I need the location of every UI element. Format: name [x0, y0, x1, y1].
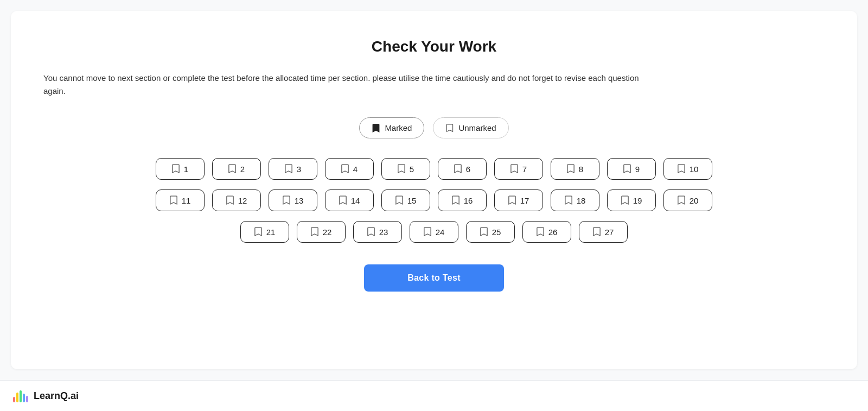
question-btn-1[interactable]: 1 [156, 158, 205, 180]
question-number-22: 22 [323, 227, 332, 237]
marked-label: Marked [385, 123, 412, 132]
bookmark-icon-10 [678, 164, 685, 174]
question-btn-2[interactable]: 2 [212, 158, 261, 180]
question-btn-9[interactable]: 9 [607, 158, 656, 180]
question-row-1: 12345678910 [156, 158, 712, 180]
question-number-27: 27 [605, 227, 614, 237]
question-number-10: 10 [690, 165, 699, 174]
bookmark-icon-19 [621, 195, 629, 205]
question-row-2: 11121314151617181920 [156, 189, 712, 211]
bookmark-icon-27 [593, 227, 601, 237]
question-btn-27[interactable]: 27 [579, 221, 628, 243]
question-btn-8[interactable]: 8 [551, 158, 599, 180]
question-btn-13[interactable]: 13 [269, 189, 317, 211]
bookmark-icon-25 [480, 227, 488, 237]
bookmark-icon-5 [398, 164, 405, 174]
logo-bar-3 [20, 390, 22, 402]
bookmark-icon-6 [454, 164, 462, 174]
bookmark-icon-14 [339, 195, 347, 205]
question-number-2: 2 [240, 165, 245, 174]
question-number-18: 18 [577, 196, 586, 205]
bookmark-icon-15 [395, 195, 403, 205]
question-btn-17[interactable]: 17 [494, 189, 543, 211]
question-number-17: 17 [520, 196, 529, 205]
question-btn-10[interactable]: 10 [663, 158, 712, 180]
question-number-1: 1 [184, 165, 188, 174]
question-number-26: 26 [548, 227, 558, 237]
bookmark-icon-11 [170, 195, 177, 205]
bookmark-icon-20 [678, 195, 685, 205]
question-btn-7[interactable]: 7 [494, 158, 543, 180]
unmarked-bookmark-icon [445, 124, 454, 132]
marked-legend-button[interactable]: Marked [359, 117, 424, 138]
question-btn-25[interactable]: 25 [466, 221, 515, 243]
bookmark-icon-13 [283, 195, 290, 205]
question-btn-12[interactable]: 12 [212, 189, 261, 211]
question-btn-18[interactable]: 18 [551, 189, 599, 211]
bookmark-icon-9 [623, 164, 631, 174]
bookmark-icon-2 [228, 164, 236, 174]
question-btn-23[interactable]: 23 [353, 221, 402, 243]
question-row-3: 21222324252627 [240, 221, 628, 243]
question-number-19: 19 [633, 196, 642, 205]
question-btn-15[interactable]: 15 [381, 189, 430, 211]
bookmark-icon-24 [424, 227, 431, 237]
question-btn-20[interactable]: 20 [663, 189, 712, 211]
question-number-12: 12 [238, 196, 247, 205]
question-btn-19[interactable]: 19 [607, 189, 656, 211]
bookmark-icon-22 [311, 227, 318, 237]
bookmark-icon-16 [452, 195, 459, 205]
question-number-25: 25 [492, 227, 501, 237]
questions-grid: 1234567891011121314151617181920212223242… [22, 158, 846, 243]
bookmark-icon-1 [172, 164, 180, 174]
bookmark-icon-7 [510, 164, 518, 174]
question-btn-16[interactable]: 16 [438, 189, 487, 211]
question-number-8: 8 [579, 165, 583, 174]
bookmark-icon-23 [367, 227, 375, 237]
question-number-13: 13 [295, 196, 304, 205]
question-btn-21[interactable]: 21 [240, 221, 289, 243]
logo-text: LearnQ.ai [34, 390, 79, 402]
question-btn-11[interactable]: 11 [156, 189, 205, 211]
logo-bar-5 [26, 396, 28, 402]
bookmark-icon-12 [226, 195, 234, 205]
legend-row: Marked Unmarked [359, 117, 508, 138]
question-btn-6[interactable]: 6 [438, 158, 487, 180]
question-number-6: 6 [466, 165, 470, 174]
question-btn-24[interactable]: 24 [410, 221, 458, 243]
question-number-15: 15 [407, 196, 417, 205]
question-btn-5[interactable]: 5 [381, 158, 430, 180]
back-to-test-button[interactable]: Back to Test [364, 264, 504, 292]
question-number-23: 23 [379, 227, 388, 237]
logo-bar-1 [13, 397, 15, 402]
question-number-11: 11 [182, 196, 191, 205]
info-text: You cannot move to next section or compl… [43, 72, 640, 98]
question-number-9: 9 [635, 165, 640, 174]
logo-bars [13, 389, 28, 402]
question-btn-14[interactable]: 14 [325, 189, 374, 211]
question-btn-3[interactable]: 3 [269, 158, 317, 180]
unmarked-legend-button[interactable]: Unmarked [433, 117, 508, 138]
bookmark-icon-26 [537, 227, 544, 237]
unmarked-label: Unmarked [458, 123, 496, 132]
question-number-5: 5 [410, 165, 414, 174]
question-btn-22[interactable]: 22 [297, 221, 346, 243]
question-number-14: 14 [351, 196, 360, 205]
question-number-16: 16 [464, 196, 473, 205]
question-number-24: 24 [436, 227, 445, 237]
bookmark-icon-17 [508, 195, 516, 205]
question-btn-26[interactable]: 26 [522, 221, 571, 243]
question-number-3: 3 [297, 165, 301, 174]
question-number-21: 21 [266, 227, 276, 237]
question-number-4: 4 [353, 165, 358, 174]
page-title: Check Your Work [372, 38, 496, 55]
bookmark-icon-8 [567, 164, 575, 174]
bookmark-icon-3 [285, 164, 292, 174]
bookmark-icon-21 [254, 227, 262, 237]
footer: LearnQ.ai [0, 380, 868, 411]
question-number-7: 7 [522, 165, 527, 174]
question-btn-4[interactable]: 4 [325, 158, 374, 180]
bookmark-icon-4 [341, 164, 349, 174]
logo-bar-4 [23, 394, 25, 402]
main-content: Check Your Work You cannot move to next … [11, 11, 857, 369]
